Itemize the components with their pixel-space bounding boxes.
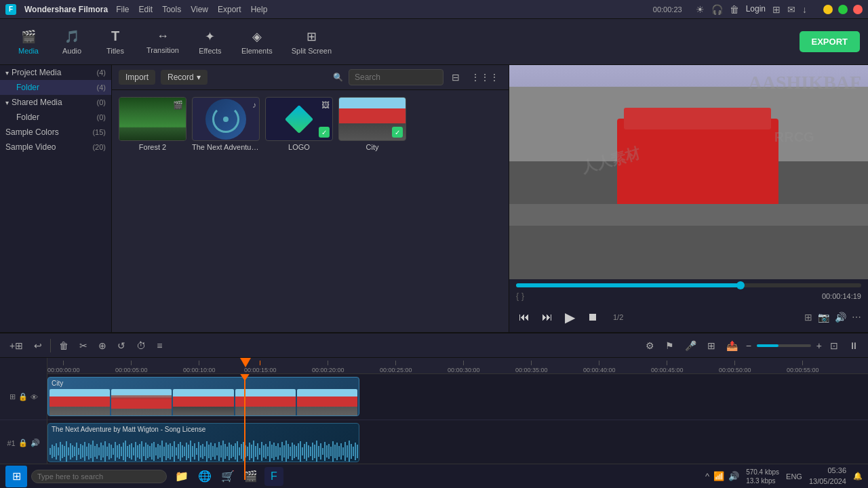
close-button[interactable] — [853, 5, 863, 14]
fit-timeline-button[interactable]: ⊡ — [827, 338, 841, 354]
notification-icon[interactable]: 🔔 — [853, 472, 863, 481]
media-item-forest2[interactable]: 🎬 Forest 2 — [119, 97, 186, 325]
fit-screen-icon[interactable]: ⊞ — [804, 312, 812, 323]
taskbar-appstore[interactable]: 🛒 — [218, 467, 237, 486]
tool-transition[interactable]: ↔ Transition — [138, 25, 187, 58]
export-frame-button[interactable]: 📤 — [724, 338, 741, 354]
taskbar-search-input[interactable] — [31, 470, 167, 483]
tool-elements[interactable]: ◈ Elements — [233, 25, 281, 59]
mic-button[interactable]: 🎤 — [682, 338, 699, 354]
loop-button[interactable]: ↺ — [115, 338, 128, 354]
menu-edit[interactable]: Edit — [138, 5, 153, 14]
zoom-out-button[interactable]: − — [746, 340, 751, 351]
audio-mix-button[interactable]: ≡ — [154, 338, 165, 354]
step-back-button[interactable]: ⏭ — [539, 308, 555, 326]
stop-button[interactable]: ⏹ — [585, 308, 601, 326]
export-button[interactable]: EXPORT — [800, 31, 860, 52]
tree-shared-folder[interactable]: Folder (0) — [0, 110, 111, 125]
tree-shared-media[interactable]: ▾ Shared Media (0) — [0, 95, 111, 110]
menu-export[interactable]: Export — [218, 5, 241, 14]
taskbar-explorer[interactable]: 📁 — [172, 467, 191, 486]
tree-folder[interactable]: Folder (4) — [0, 80, 111, 95]
track-v1-icon[interactable]: ⊞ — [9, 392, 16, 401]
start-button[interactable]: ⊞ — [5, 466, 27, 487]
maximize-button[interactable] — [838, 5, 848, 14]
trash-icon[interactable]: 🗑 — [730, 4, 739, 15]
seek-bar[interactable] — [516, 283, 861, 287]
import-button[interactable]: Import — [119, 70, 155, 85]
tree-project-media[interactable]: ▾ Project Media (4) — [0, 65, 111, 80]
ruler-mark-8: 00:00:40:00 — [583, 358, 616, 373]
snapshot-icon[interactable]: 📷 — [818, 312, 829, 323]
play-button[interactable]: ▶ — [562, 306, 578, 328]
ruler-label-10: 00:00:50:00 — [719, 367, 751, 373]
tool-media[interactable]: 🎬 Media — [8, 25, 49, 59]
track-v1-lock[interactable]: 🔒 — [18, 392, 28, 401]
svg-rect-63 — [176, 447, 177, 455]
minimize-button[interactable] — [823, 5, 833, 14]
playhead-triangle[interactable] — [240, 358, 251, 367]
taskbar-filmora[interactable]: F — [264, 467, 283, 486]
ruler-label-7: 00:00:35:00 — [515, 367, 548, 373]
svg-rect-47 — [143, 447, 144, 456]
taskbar-media[interactable]: 🎬 — [241, 467, 260, 486]
more-icon[interactable]: ⋯ — [852, 312, 861, 323]
rewind-button[interactable]: ⏮ — [516, 308, 532, 326]
menu-tools[interactable]: Tools — [162, 5, 181, 14]
tool-effects[interactable]: ✦ Effects — [190, 25, 231, 59]
dropdown-arrow-icon[interactable]: ▾ — [197, 73, 201, 82]
svg-rect-123 — [298, 443, 299, 460]
detach-button[interactable]: ⏱ — [134, 338, 149, 354]
copy-button[interactable]: ⊕ — [96, 338, 109, 354]
download-icon[interactable]: ↓ — [802, 4, 807, 15]
email-icon[interactable]: ✉ — [787, 4, 795, 15]
sound-tray-icon[interactable]: 🔊 — [728, 471, 739, 481]
zoom-in-button[interactable]: + — [816, 340, 822, 351]
tree-sample-video[interactable]: Sample Video (20) — [0, 140, 111, 155]
seek-handle[interactable] — [736, 281, 745, 289]
menu-view[interactable]: View — [191, 5, 208, 14]
tool-titles[interactable]: T Titles — [95, 24, 136, 59]
language-display[interactable]: ENG — [786, 472, 802, 481]
sun-icon[interactable]: ☀ — [696, 4, 705, 15]
login-btn[interactable]: Login — [746, 4, 766, 15]
timecode-display: 00:00:14:19 — [822, 292, 861, 300]
add-track-button[interactable]: +⊞ — [7, 338, 26, 354]
marker-button[interactable]: ⚑ — [663, 338, 677, 354]
tray-up-icon[interactable]: ^ — [705, 471, 709, 481]
tree-sample-colors[interactable]: Sample Colors (15) — [0, 125, 111, 140]
volume-icon[interactable]: 🔊 — [835, 312, 846, 323]
cut-button[interactable]: ✂ — [77, 338, 90, 354]
redo-button[interactable]: ↩ — [31, 338, 45, 354]
network-speed: 570.4 kbps 13.3 kbps — [746, 468, 779, 485]
delete-button[interactable]: 🗑 — [56, 338, 71, 354]
tool-audio[interactable]: 🎵 Audio — [52, 25, 92, 59]
media-toolbar: Import Record ▾ 🔍 ⊟ ⋮⋮⋮ — [112, 65, 509, 90]
settings-tl-button[interactable]: ⚙ — [643, 338, 657, 354]
audio-clip-adventure[interactable]: The Next Adventure by Matt Wigton - Song… — [47, 423, 359, 462]
media-item-city[interactable]: ✓ City — [338, 97, 406, 325]
taskbar-chrome[interactable]: 🌐 — [195, 467, 214, 486]
folder-count: (4) — [97, 83, 106, 92]
filter-button[interactable]: ⊟ — [449, 69, 462, 85]
record-button[interactable]: Record ▾ — [161, 70, 208, 85]
track-a1-mute[interactable]: 🔊 — [31, 439, 40, 447]
menu-help[interactable]: Help — [251, 5, 268, 14]
bracket-close-icon: } — [521, 291, 524, 301]
network-icon[interactable]: 📶 — [713, 471, 724, 481]
track-a1-lock[interactable]: 🔒 — [18, 439, 28, 447]
search-input[interactable] — [349, 69, 443, 85]
timeline-ruler[interactable]: 00:00:00:00 00:00:05:00 00:00:10:00 00:0… — [47, 358, 868, 374]
headphone-icon[interactable]: 🎧 — [711, 4, 723, 15]
media-item-adventure[interactable]: ♪ The Next Adventure by ... — [192, 97, 260, 325]
track-v1-eye[interactable]: 👁 — [31, 393, 38, 401]
media-item-logo[interactable]: ✓ 🖼 LOGO — [265, 97, 333, 325]
grid-view-button[interactable]: ⋮⋮⋮ — [468, 69, 502, 85]
menu-file[interactable]: File — [116, 5, 129, 14]
timeline-settings-button[interactable]: ⊞ — [705, 338, 718, 354]
timeline-more-button[interactable]: ⏸ — [846, 338, 861, 354]
settings-icon[interactable]: ⊞ — [772, 4, 781, 15]
zoom-bar[interactable] — [757, 344, 811, 347]
tool-split-screen[interactable]: ⊞ Split Screen — [283, 25, 340, 59]
video-clip-city[interactable]: City — [47, 377, 359, 416]
